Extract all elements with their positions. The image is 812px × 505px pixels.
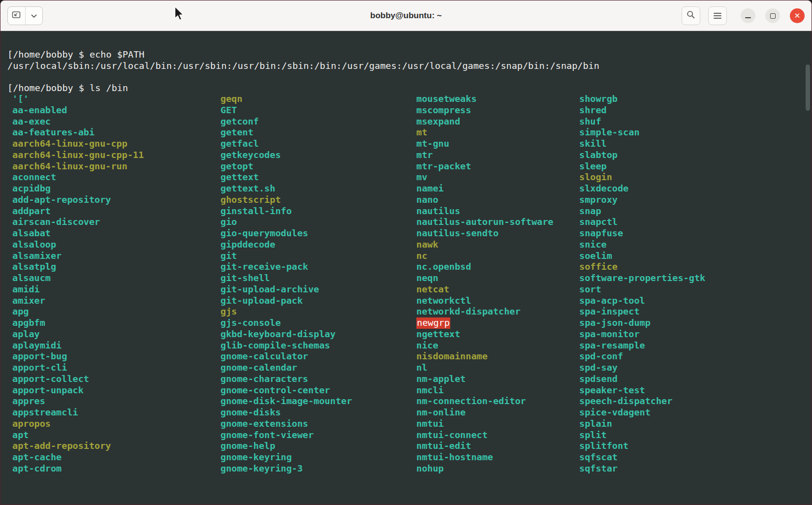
file-entry: spa-resample: [579, 340, 645, 351]
file-entry: appres: [12, 396, 45, 407]
file-entry: nmcli: [416, 385, 444, 396]
file-entry: nmtui: [416, 418, 444, 430]
file-entry: sort: [579, 284, 601, 295]
file-entry: apt-add-repository: [12, 441, 111, 452]
close-button[interactable]: ✕: [790, 8, 805, 23]
minimize-icon: [745, 17, 751, 18]
file-entry: gnome-help: [220, 441, 275, 452]
file-entry: GET: [220, 105, 237, 116]
file-entry: gio: [220, 217, 237, 228]
scrollbar-thumb[interactable]: [806, 64, 810, 111]
file-entry: spdsend: [579, 374, 618, 385]
prompt-line-2: [/home/bobby $ ls /bin: [7, 82, 128, 94]
scrollbar[interactable]: [806, 63, 810, 503]
file-entry: apport-bug: [12, 351, 67, 362]
file-entry: speaker-test: [579, 385, 645, 396]
file-entry: spa-acp-tool: [579, 295, 645, 307]
maximize-button[interactable]: [765, 8, 780, 23]
file-entry: apt: [12, 430, 29, 441]
listing-column-3: mousetweaksmscompressmsexpandmtmt-gnumtr…: [416, 94, 553, 474]
file-entry: sleep: [579, 161, 607, 172]
file-entry: '[': [12, 94, 29, 105]
file-entry: nautilus: [416, 206, 460, 217]
file-entry: mtr-packet: [416, 161, 471, 172]
file-entry: git-upload-archive: [220, 284, 319, 295]
file-entry: snice: [579, 239, 607, 251]
file-entry: apt-cdrom: [12, 463, 62, 474]
file-entry: gnome-keyring: [220, 452, 292, 463]
prompt-line-1: [/home/bobby $ echo $PATH: [7, 49, 144, 60]
file-entry: alsabat: [12, 228, 51, 239]
file-entry: spa-inspect: [579, 306, 640, 317]
file-entry: ngettext: [416, 329, 460, 340]
file-entry: msexpand: [416, 116, 460, 127]
file-entry: shred: [579, 105, 607, 116]
file-entry: gnome-keyring-3: [220, 463, 303, 474]
terminal-screen[interactable]: [/home/bobby $ echo $PATH /usr/local/sbi…: [0, 31, 812, 505]
file-entry: nano: [416, 194, 438, 206]
chevron-down-icon: [31, 11, 37, 20]
file-entry: apropos: [12, 418, 51, 430]
file-entry: split: [579, 430, 607, 441]
titlebar: bobby@ubuntu: ~: [0, 0, 812, 31]
file-entry: snapfuse: [579, 228, 623, 239]
file-entry: gnome-extensions: [220, 418, 308, 430]
file-entry: getfacl: [220, 138, 259, 150]
file-entry: mv: [416, 172, 427, 183]
file-entry: nohup: [416, 463, 444, 474]
file-entry: add-apt-repository: [12, 194, 111, 206]
file-entry: mt: [416, 127, 427, 138]
command-ls-bin: ls /bin: [90, 83, 128, 93]
file-entry: nawk: [416, 239, 438, 251]
file-entry: slabtop: [579, 150, 618, 161]
search-icon: [687, 10, 695, 21]
file-entry: smproxy: [579, 194, 618, 206]
file-entry: netcat: [416, 284, 449, 295]
file-entry: airscan-discover: [12, 217, 100, 228]
file-entry: amixer: [12, 295, 45, 307]
mouse-cursor: [174, 6, 185, 23]
file-entry: nmtui-connect: [416, 430, 488, 441]
file-entry: skill: [579, 138, 607, 150]
file-entry: gio-querymodules: [220, 228, 308, 239]
search-button[interactable]: [682, 6, 700, 25]
hamburger-icon: [714, 13, 721, 19]
tab-button[interactable]: [8, 7, 25, 25]
file-entry: gnome-font-viewer: [220, 430, 313, 441]
tab-chevron-button[interactable]: [26, 7, 43, 25]
file-entry: gnome-calendar: [220, 362, 297, 374]
file-entry: gettext: [220, 172, 259, 183]
command-echo-path: echo $PATH: [90, 49, 144, 60]
file-entry: nisdomainname: [416, 351, 488, 362]
file-entry: newgrp: [416, 317, 450, 329]
file-entry: slxdecode: [579, 183, 628, 194]
file-entry: git-receive-pack: [220, 261, 308, 273]
file-entry: software-properties-gtk: [579, 273, 705, 284]
file-entry: aarch64-linux-gnu-run: [12, 161, 127, 172]
file-entry: soelim: [579, 251, 612, 262]
menu-button[interactable]: [708, 6, 727, 25]
file-entry: addpart: [12, 206, 51, 217]
file-entry: aplaymidi: [12, 340, 62, 351]
header-controls: ✕: [674, 0, 805, 31]
file-entry: geqn: [220, 94, 243, 105]
file-entry: spa-monitor: [579, 329, 640, 340]
file-entry: nmtui-hostname: [416, 452, 493, 463]
file-entry: shuf: [579, 116, 601, 127]
file-entry: aa-features-abi: [12, 127, 94, 138]
file-entry: gnome-disks: [220, 407, 281, 418]
file-entry: gnome-disk-image-mounter: [220, 396, 352, 407]
file-entry: nc.openbsd: [416, 261, 471, 273]
file-entry: gjs: [220, 306, 237, 317]
file-entry: gnome-control-center: [220, 385, 330, 396]
file-entry: nc: [416, 251, 427, 262]
close-icon: ✕: [794, 12, 801, 20]
file-entry: getopt: [220, 161, 253, 172]
file-entry: git: [220, 251, 237, 262]
file-entry: alsatplg: [12, 261, 56, 273]
file-entry: mousetweaks: [416, 94, 477, 105]
minimize-button[interactable]: [741, 8, 755, 23]
file-entry: alsaucm: [12, 273, 51, 284]
file-entry: showrgb: [579, 94, 618, 105]
file-entry: spice-vdagent: [579, 407, 651, 418]
